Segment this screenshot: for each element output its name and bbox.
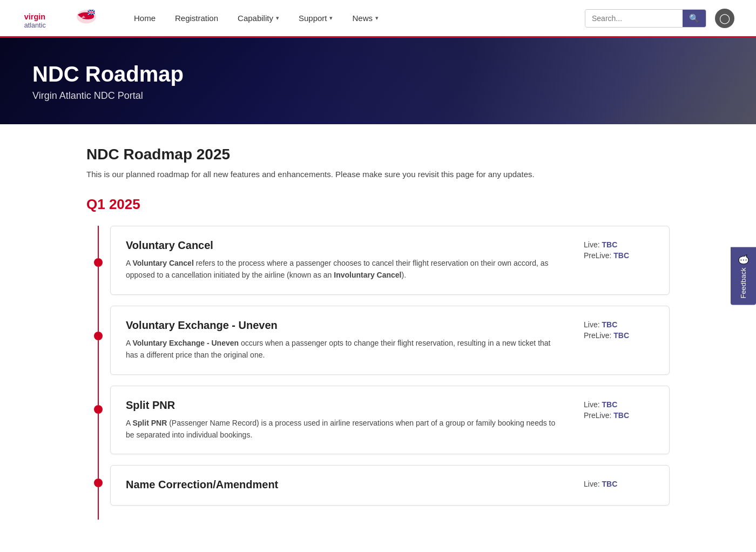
user-icon: ◯ [719, 12, 730, 24]
page-description: This is our planned roadmap for all new … [86, 170, 670, 179]
card-voluntary-exchange: Voluntary Exchange - Uneven A Voluntary … [110, 306, 670, 375]
feedback-tab[interactable]: Feedback 💬 [731, 247, 756, 305]
meta-prelive-3: PreLive: TBC [584, 411, 654, 420]
timeline: Voluntary Cancel A Voluntary Cancel refe… [86, 226, 670, 520]
support-caret: ▾ [329, 15, 333, 22]
card-body-3: Split PNR A Split PNR (Passenger Name Re… [126, 399, 584, 441]
feedback-tab-wrapper: Feedback 💬 [731, 247, 756, 305]
card-meta-3: Live: TBC PreLive: TBC [584, 399, 654, 420]
timeline-dot-4 [94, 479, 103, 487]
meta-prelive-1: PreLive: TBC [584, 251, 654, 260]
hero-plane-overlay [265, 38, 756, 124]
card-desc-1: A Voluntary Cancel refers to the process… [126, 257, 562, 281]
nav-support[interactable]: Support▾ [289, 0, 343, 37]
card-body-1: Voluntary Cancel A Voluntary Cancel refe… [126, 239, 584, 281]
account-icon[interactable]: ◯ [715, 9, 734, 28]
card-title-3: Split PNR [126, 399, 562, 412]
search-box: 🔍 [585, 9, 706, 28]
nav-news[interactable]: News▾ [342, 0, 388, 37]
logo[interactable]: virgin atlantic [22, 6, 103, 30]
timeline-dot-2 [94, 332, 103, 340]
meta-live-2: Live: TBC [584, 320, 654, 329]
timeline-line-seg2 [98, 340, 99, 405]
card-split-pnr: Split PNR A Split PNR (Passenger Name Re… [110, 386, 670, 455]
search-input[interactable] [585, 10, 683, 26]
meta-live-4: Live: TBC [584, 480, 654, 488]
nav-links: Home Registration Capability▾ Support▾ N… [124, 0, 585, 37]
timeline-dot-3 [94, 405, 103, 414]
timeline-line [86, 226, 110, 520]
timeline-dot-1 [94, 258, 103, 267]
card-meta-1: Live: TBC PreLive: TBC [584, 239, 654, 260]
svg-text:virgin: virgin [24, 12, 45, 21]
card-body-2: Voluntary Exchange - Uneven A Voluntary … [126, 319, 584, 361]
svg-text:atlantic: atlantic [24, 22, 46, 29]
meta-live-3: Live: TBC [584, 400, 654, 409]
hero-text: NDC Roadmap Virgin Atlantic NDC Portal [32, 61, 184, 102]
timeline-line-top [98, 226, 99, 258]
timeline-line-bottom [98, 487, 99, 520]
card-body-4: Name Correction/Amendment [126, 479, 584, 496]
hero-banner: NDC Roadmap Virgin Atlantic NDC Portal [0, 38, 756, 124]
meta-prelive-2: PreLive: TBC [584, 331, 654, 340]
capability-caret: ▾ [276, 15, 279, 22]
card-meta-4: Live: TBC [584, 479, 654, 488]
nav-right: 🔍 ◯ [585, 9, 734, 28]
card-desc-3: A Split PNR (Passenger Name Record) is a… [126, 417, 562, 441]
card-title-1: Voluntary Cancel [126, 239, 562, 252]
page-heading: NDC Roadmap 2025 [86, 146, 670, 163]
main-content: NDC Roadmap 2025 This is our planned roa… [54, 124, 702, 541]
search-icon: 🔍 [689, 14, 699, 23]
hero-subtitle: Virgin Atlantic NDC Portal [32, 90, 184, 102]
news-caret: ▾ [375, 15, 379, 22]
meta-live-1: Live: TBC [584, 240, 654, 249]
nav-registration[interactable]: Registration [165, 0, 228, 37]
card-desc-2: A Voluntary Exchange - Uneven occurs whe… [126, 337, 562, 361]
card-voluntary-cancel: Voluntary Cancel A Voluntary Cancel refe… [110, 226, 670, 295]
hero-title: NDC Roadmap [32, 61, 184, 87]
main-nav: virgin atlantic Home Registration Capabi… [0, 0, 756, 38]
timeline-line-seg1 [98, 267, 99, 332]
card-name-correction: Name Correction/Amendment Live: TBC [110, 465, 670, 506]
nav-home[interactable]: Home [124, 0, 165, 37]
card-title-4: Name Correction/Amendment [126, 479, 562, 491]
feedback-label: Feedback [739, 267, 747, 298]
quarter-heading: Q1 2025 [86, 196, 670, 213]
search-button[interactable]: 🔍 [683, 10, 706, 27]
nav-capability[interactable]: Capability▾ [228, 0, 289, 37]
timeline-line-seg3 [98, 414, 99, 479]
roadmap-cards: Voluntary Cancel A Voluntary Cancel refe… [110, 226, 670, 520]
chat-icon: 💬 [738, 253, 748, 264]
card-title-2: Voluntary Exchange - Uneven [126, 319, 562, 332]
card-meta-2: Live: TBC PreLive: TBC [584, 319, 654, 340]
